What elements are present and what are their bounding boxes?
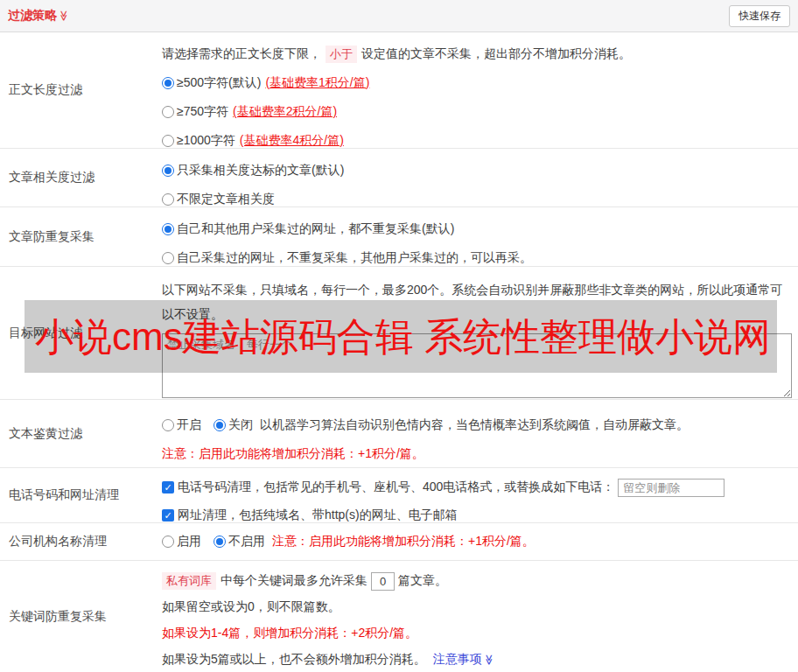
row-label: 目标网站过滤 xyxy=(0,267,162,399)
limit-text-end: 篇文章。 xyxy=(398,573,447,589)
row-label: 文本鉴黄过滤 xyxy=(0,400,162,467)
radio-porn-on[interactable] xyxy=(162,419,174,431)
blocked-domains-textarea[interactable] xyxy=(162,333,792,398)
phone-clean-line: ✓ 电话号码清理，包括常见的手机号、座机号、400电话格式，或替换成如下电话： xyxy=(162,473,793,501)
filter-strategy-page: 过滤策略≫ 快速保存 正文长度过滤 请选择需求的正文长度下限， 小于 设定值的文… xyxy=(0,0,798,672)
notice-link-text: 注意事项 xyxy=(433,652,482,666)
checkbox-url-clean-checked[interactable]: ✓ xyxy=(162,509,174,522)
option-label: 不限定文章相关度 xyxy=(177,192,275,207)
row-label: 电话号码和网址清理 xyxy=(0,468,162,522)
less-than-tag: 小于 xyxy=(326,46,357,63)
radio-1000[interactable] xyxy=(162,135,174,147)
chevron-double-down-icon: ≫ xyxy=(58,10,70,22)
radio-750[interactable] xyxy=(162,106,174,118)
row-keyword-dedup: 关键词防重复采集 私有词库 中每个关键词最多允许采集 篇文章。 如果留空或设为0… xyxy=(0,561,798,672)
row-relevance-filter: 文章相关度过滤 只采集相关度达标的文章(默认) 不限定文章相关度 xyxy=(0,149,798,207)
row-body: 开启 关闭 以机器学习算法自动识别色情内容，当色情概率达到系统阈值，自动屏蔽文章… xyxy=(162,400,798,467)
row-company-name-clean: 公司机构名称清理 启用 不启用 注意：启用此功能将增加积分消耗：+1积分/篇。 xyxy=(0,523,798,561)
replacement-phone-input[interactable] xyxy=(618,479,724,497)
option-label: ≥500字符(默认) xyxy=(177,75,261,91)
option-label: 开启 xyxy=(177,417,201,433)
intro-text-post: 设定值的文章不采集，超出部分不增加积分消耗。 xyxy=(361,46,631,62)
limit-text-mid: 中每个关键词最多允许采集 xyxy=(220,573,368,589)
fee-note: (基础费率4积分/篇) xyxy=(240,133,344,149)
fee-note: (基础费率1积分/篇) xyxy=(265,75,369,91)
note-five-text: 如果设为5篇或以上，也不会额外增加积分消耗。 xyxy=(162,652,426,668)
radio-porn-off-selected[interactable] xyxy=(214,419,226,431)
keyword-note-cost: 如果设为1-4篇，则增加积分消耗：+2积分/篇。 xyxy=(162,620,793,647)
row-label: 公司机构名称清理 xyxy=(0,523,162,560)
checkbox-label: 电话号码清理，包括常见的手机号、座机号、400电话格式，或替换成如下电话： xyxy=(178,480,614,495)
length-intro-line: 请选择需求的正文长度下限， 小于 设定值的文章不采集，超出部分不增加积分消耗。 xyxy=(162,39,793,68)
length-option-750[interactable]: ≥750字符 (基础费率2积分/篇) xyxy=(162,97,793,126)
keyword-note-five-line: 如果设为5篇或以上，也不会额外增加积分消耗。 注意事项≫ xyxy=(162,647,793,672)
quick-save-button[interactable]: 快速保存 xyxy=(729,5,790,27)
row-body: 只采集相关度达标的文章(默认) 不限定文章相关度 xyxy=(162,149,798,206)
row-target-site-filter: 目标网站过滤 以下网站不采集，只填域名，每行一个，最多200个。系统会自动识别并… xyxy=(0,267,798,400)
porn-filter-desc: 以机器学习算法自动识别色情内容，当色情概率达到系统阈值，自动屏蔽文章。 xyxy=(260,417,689,433)
keyword-limit-line: 私有词库 中每个关键词最多允许采集 篇文章。 xyxy=(162,568,793,594)
notice-link[interactable]: 注意事项≫ xyxy=(433,652,495,668)
radio-company-clean-on[interactable] xyxy=(162,536,174,548)
option-label: 不启用 xyxy=(228,534,265,550)
length-option-500[interactable]: ≥500字符(默认) (基础费率1积分/篇) xyxy=(162,68,793,97)
row-label: 文章防重复采集 xyxy=(0,207,162,266)
row-label: 文章相关度过滤 xyxy=(0,149,162,206)
fee-note: (基础费率2积分/篇) xyxy=(233,104,337,120)
option-label: ≥1000字符 xyxy=(177,133,235,149)
row-porn-filter: 文本鉴黄过滤 开启 关闭 以机器学习算法自动识别色情内容，当色情概率达到系统阈值… xyxy=(0,400,798,468)
option-label: 关闭 xyxy=(228,417,253,433)
dedup-option-all-users[interactable]: 自己和其他用户采集过的网址，都不重复采集(默认) xyxy=(162,214,793,243)
relevance-option-strict[interactable]: 只采集相关度达标的文章(默认) xyxy=(162,156,793,185)
radio-dedup-all-selected[interactable] xyxy=(162,223,174,235)
radio-company-clean-off-selected[interactable] xyxy=(214,536,226,548)
target-site-desc: 以下网站不采集，只填域名，每行一个，最多200个。系统会自动识别并屏蔽那些非文章… xyxy=(162,274,790,326)
page-title[interactable]: 过滤策略≫ xyxy=(8,8,70,24)
option-label: 自己和其他用户采集过的网址，都不重复采集(默认) xyxy=(177,221,454,237)
radio-relevance-any[interactable] xyxy=(162,193,174,206)
option-label: 启用 xyxy=(177,534,201,550)
radio-500-selected[interactable] xyxy=(162,77,174,89)
topbar: 过滤策略≫ 快速保存 xyxy=(0,0,798,32)
page-title-text: 过滤策略 xyxy=(8,8,57,22)
porn-filter-options-line: 开启 关闭 以机器学习算法自动识别色情内容，当色情概率达到系统阈值，自动屏蔽文章… xyxy=(162,410,793,439)
row-body: 自己和其他用户采集过的网址，都不重复采集(默认) 自己采集过的网址，不重复采集，… xyxy=(162,207,798,266)
porn-filter-note: 注意：启用此功能将增加积分消耗：+1积分/篇。 xyxy=(162,439,793,468)
checkbox-phone-clean-checked[interactable]: ✓ xyxy=(162,481,174,494)
option-label: ≥750字符 xyxy=(177,104,228,120)
row-body: 私有词库 中每个关键词最多允许采集 篇文章。 如果留空或设为0，则不限篇数。 如… xyxy=(162,561,798,672)
option-label: 自己采集过的网址，不重复采集，其他用户采集过的，可以再采。 xyxy=(177,250,532,266)
row-body: 以下网站不采集，只填域名，每行一个，最多200个。系统会自动识别并屏蔽那些非文章… xyxy=(162,267,798,399)
row-body: 请选择需求的正文长度下限， 小于 设定值的文章不采集，超出部分不增加积分消耗。 … xyxy=(162,32,798,148)
company-clean-note: 注意：启用此功能将增加积分消耗：+1积分/篇。 xyxy=(272,534,535,550)
max-articles-input[interactable] xyxy=(371,572,395,591)
row-phone-url-clean: 电话号码和网址清理 ✓ 电话号码清理，包括常见的手机号、座机号、400电话格式，… xyxy=(0,468,798,523)
row-body: 启用 不启用 注意：启用此功能将增加积分消耗：+1积分/篇。 xyxy=(162,523,798,560)
chevron-double-down-icon: ≫ xyxy=(483,654,495,666)
row-label: 关键词防重复采集 xyxy=(0,561,162,672)
row-label: 正文长度过滤 xyxy=(0,32,162,148)
row-body: ✓ 电话号码清理，包括常见的手机号、座机号、400电话格式，或替换成如下电话： … xyxy=(162,468,798,522)
radio-relevance-strict-selected[interactable] xyxy=(162,164,174,177)
checkbox-label: 网址清理，包括纯域名、带http(s)的网址、电子邮箱 xyxy=(178,508,458,523)
option-label: 只采集相关度达标的文章(默认) xyxy=(177,163,344,178)
row-dedup-collect: 文章防重复采集 自己和其他用户采集过的网址，都不重复采集(默认) 自己采集过的网… xyxy=(0,207,798,267)
intro-text-pre: 请选择需求的正文长度下限， xyxy=(162,46,321,62)
radio-dedup-self[interactable] xyxy=(162,252,174,264)
keyword-note-zero: 如果留空或设为0，则不限篇数。 xyxy=(162,594,793,620)
private-thesaurus-tag[interactable]: 私有词库 xyxy=(162,572,216,590)
row-content-length-filter: 正文长度过滤 请选择需求的正文长度下限， 小于 设定值的文章不采集，超出部分不增… xyxy=(0,32,798,149)
